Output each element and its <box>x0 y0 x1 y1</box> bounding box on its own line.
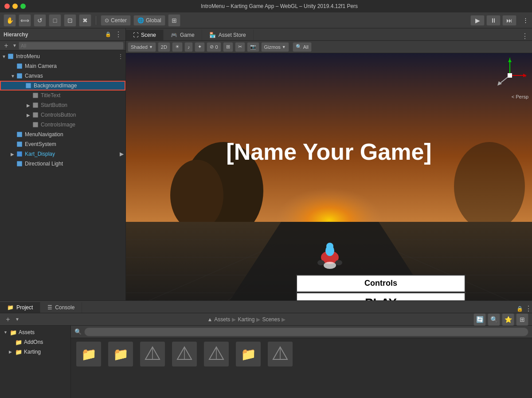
search-scene-input[interactable]: 🔍 All <box>293 42 312 52</box>
tree-item-main-camera[interactable]: Main Camera <box>0 61 125 71</box>
controls-button-label: ControlsButton <box>41 112 76 118</box>
grid-button[interactable]: ⊞ <box>168 14 180 27</box>
tree-item-event-system[interactable]: EventSystem <box>0 139 125 149</box>
breadcrumb-karting[interactable]: Karting <box>238 316 254 323</box>
main-camera-icon <box>16 63 23 70</box>
camera-button[interactable]: 📷 <box>247 42 259 52</box>
tree-item-directional-light[interactable]: Directional Light <box>0 159 125 169</box>
unity4-thumb <box>268 342 293 366</box>
tab-scene[interactable]: ⛶ Scene <box>126 30 164 40</box>
asset-item-folder1[interactable]: 📁 <box>74 342 103 368</box>
tree-item-intromenu[interactable]: ▼ IntroMenu ⋮ <box>0 51 125 61</box>
svg-point-3 <box>170 160 223 231</box>
lock-icon[interactable]: 🔒 <box>105 32 111 37</box>
size-slider[interactable]: ⊞ <box>516 313 528 326</box>
more-options-button[interactable]: ⋮ <box>523 17 528 24</box>
scene-canvas[interactable]: [Name Your Game] Controls <box>126 53 532 300</box>
minimize-button[interactable] <box>12 4 18 9</box>
effects-button[interactable]: ✦ <box>195 42 205 52</box>
tab-console[interactable]: ☰ Console <box>40 302 82 313</box>
maximize-button[interactable] <box>20 4 26 9</box>
gizmos-button[interactable]: Gizmos ▼ <box>261 42 289 52</box>
dropdown-arrow-icon: ▼ <box>12 43 17 48</box>
tree-item-controls-image[interactable]: ControlsImage <box>0 120 125 130</box>
kart-display-icon <box>16 150 23 158</box>
tree-arrow: ▼ <box>2 54 7 59</box>
asset-item-unity4[interactable] <box>266 342 294 368</box>
tree-item-menu-navigation[interactable]: MenuNavigation <box>0 130 125 139</box>
project-add-dropdown[interactable]: ▼ <box>15 317 20 322</box>
karting-arrow: ▶ <box>9 350 13 354</box>
shading-mode-button[interactable]: Shaded ▼ <box>128 42 156 52</box>
tree-item-title-text[interactable]: TitleText <box>0 91 125 100</box>
bg-image-icon <box>25 82 32 89</box>
global-toggle[interactable]: 🌐 Global <box>133 15 165 26</box>
move-tool-button[interactable]: ⟺ <box>19 14 31 27</box>
unity2-thumb <box>172 342 197 366</box>
folder2-icon: 📁 <box>113 347 129 362</box>
folder1-thumb: 📁 <box>76 342 101 366</box>
transform-tool-button[interactable]: ✖ <box>79 14 91 27</box>
filter-button[interactable]: 🔍 <box>488 313 500 326</box>
tree-item-start-button[interactable]: ▶ StartButton <box>0 100 125 110</box>
asset-item-folder2[interactable]: 📁 <box>106 342 135 368</box>
audio-button[interactable]: ♪ <box>184 42 193 52</box>
lock-icon[interactable]: 🔒 <box>516 306 523 312</box>
hierarchy-add-button[interactable]: + <box>2 41 11 50</box>
tab-game[interactable]: 🎮 Game <box>164 30 202 40</box>
asset-item-folder3[interactable]: 📁 <box>234 342 262 368</box>
grid-toggle-button[interactable]: ⊞ <box>223 42 233 52</box>
main-layout: Hierarchy 🔒 ⋮ + ▼ ▼ IntroMenu ⋮ Main Cam… <box>0 28 532 300</box>
project-add-button[interactable]: + <box>4 315 12 324</box>
kart-display-expand-icon[interactable]: ▶ <box>120 151 124 157</box>
asset-item-unity2[interactable] <box>170 342 199 368</box>
rotate-tool-button[interactable]: ↺ <box>34 14 46 27</box>
svg-rect-34 <box>508 73 512 78</box>
asset-folder-addons[interactable]: 📁 AddOns <box>0 337 70 347</box>
hand-tool-button[interactable]: ✋ <box>4 14 16 27</box>
hierarchy-search-input[interactable] <box>19 42 124 50</box>
directional-light-icon <box>16 160 23 167</box>
svg-point-23 <box>324 262 336 269</box>
close-button[interactable] <box>4 4 10 9</box>
play-button[interactable]: ▶ <box>470 15 485 26</box>
step-button[interactable]: ⏭ <box>502 15 516 26</box>
tab-project[interactable]: 📁 Project <box>0 302 40 313</box>
snap-button[interactable]: ✂ <box>235 42 245 52</box>
gizmos-count-button[interactable]: ⊘ 0 <box>207 42 221 52</box>
breadcrumb-assets[interactable]: Assets <box>214 316 230 323</box>
asset-folder-assets[interactable]: ▼ 📁 Assets <box>0 327 70 337</box>
global-label: Global <box>146 17 161 24</box>
rect-tool-button[interactable]: ⊡ <box>64 14 76 27</box>
asset-item-unity3[interactable] <box>202 342 231 368</box>
bottom-more-button[interactable]: ⋮ <box>525 304 532 313</box>
start-button-arrow: ▶ <box>27 103 32 108</box>
tree-item-canvas[interactable]: ▼ Canvas <box>0 71 125 81</box>
gizmos-slash-icon: ⊘ <box>210 44 214 50</box>
2d-button[interactable]: 2D <box>158 42 170 52</box>
tree-item-kart-display[interactable]: ▶ Kart_Display ▶ <box>0 149 125 159</box>
asset-item-unity1[interactable] <box>138 342 167 368</box>
tree-item-controls-button[interactable]: ▶ ControlsButton <box>0 110 125 120</box>
center-toggle[interactable]: ⊙ Center <box>101 15 131 26</box>
game-tab-label: Game <box>180 32 195 38</box>
scene-gizmo[interactable]: y x <box>492 58 528 93</box>
star-filter-button[interactable]: ⭐ <box>502 313 514 326</box>
scene-tabs-more-button[interactable]: ⋮ <box>518 32 532 40</box>
scale-tool-button[interactable]: □ <box>49 14 61 27</box>
tree-item-background-image[interactable]: BackgroundImage <box>0 81 125 91</box>
tab-asset-store[interactable]: 🏪 Asset Store <box>202 30 254 40</box>
refresh-button[interactable]: 🔄 <box>473 313 486 326</box>
pause-button[interactable]: ⏸ <box>486 15 501 26</box>
asset-folder-karting[interactable]: ▶ 📁 Karting <box>0 347 70 357</box>
hierarchy-options-button[interactable]: ⋮ <box>115 30 122 39</box>
svg-point-19 <box>317 260 325 265</box>
intromenu-icon <box>7 53 14 60</box>
bottom-toolbar: + ▼ ▲ Assets ▶ Karting ▶ Scenes ▶ 🔄 🔍 ⭐ … <box>0 313 532 326</box>
lighting-button[interactable]: ☀ <box>172 42 183 52</box>
console-tab-icon: ☰ <box>47 304 52 311</box>
bottom-area: 📁 Project ☰ Console 🔒 ⋮ + ▼ ▲ Assets ▶ K… <box>0 300 532 398</box>
intromenu-menu-button[interactable]: ⋮ <box>117 53 124 60</box>
breadcrumb-scenes[interactable]: Scenes <box>262 316 280 323</box>
asset-search-input[interactable] <box>84 327 528 336</box>
